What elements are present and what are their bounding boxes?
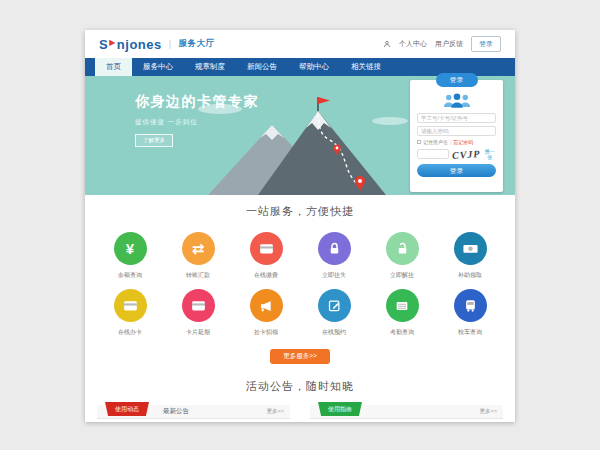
news-panel-bar: 使用动态 最新公告 更多>>	[97, 405, 290, 419]
nav-item[interactable]: 新闻公告	[236, 58, 288, 76]
service-item[interactable]: 立即解挂	[371, 232, 433, 280]
transfer-icon: ⇄	[182, 232, 215, 265]
announcement-panels: 使用动态 最新公告 更多>> 使用指南 更多>>	[85, 405, 515, 422]
latest-announcements-tab[interactable]: 最新公告	[163, 407, 189, 416]
nav-item[interactable]: 规章制度	[184, 58, 236, 76]
service-item[interactable]: 补助领取	[439, 232, 501, 280]
services-row-2: 在线办卡卡片延期拾卡招领在线预约考勤查询校车查询	[99, 289, 501, 337]
site-page: S▶njones | 服务大厅 个人中心 用户反馈 登录 首页服务中心规章制度新…	[85, 30, 515, 422]
services-section: 一站服务，方便快捷 ¥余额查询⇄转账汇款在线缴费立即挂失立即解挂补助领取 在线办…	[85, 195, 515, 364]
announcements-section: 活动公告，随时知晓 使用动态 最新公告 更多>> 使用指南 更多>>	[85, 379, 515, 422]
captcha-row: CVJP 换一张	[417, 148, 496, 160]
service-item[interactable]: 在线办卡	[99, 289, 161, 337]
person-icon	[383, 40, 391, 48]
lock-icon	[318, 232, 351, 265]
logo-text-2: njones	[117, 37, 162, 52]
logo[interactable]: S▶njones | 服务大厅	[99, 37, 215, 52]
header-login-button[interactable]: 登录	[471, 36, 501, 52]
service-item[interactable]: 考勤查询	[371, 289, 433, 337]
banner-text-block: 你身边的卡管专家 提供便捷 一步到位 了解更多	[135, 93, 259, 147]
personal-center-link[interactable]: 个人中心	[399, 39, 427, 49]
edit-icon	[318, 289, 351, 322]
guide-panel: 使用指南 更多>>	[310, 405, 503, 422]
service-item[interactable]: 在线缴费	[235, 232, 297, 280]
login-panel: 登录 记住用户名 | 忘记密码	[410, 80, 503, 192]
service-label: 立即挂失	[303, 271, 365, 280]
news-ribbon-tab[interactable]: 使用动态	[105, 402, 149, 416]
services-row-1: ¥余额查询⇄转账汇款在线缴费立即挂失立即解挂补助领取	[99, 232, 501, 280]
screenshot-canvas: S▶njones | 服务大厅 个人中心 用户反馈 登录 首页服务中心规章制度新…	[0, 0, 600, 450]
options-divider: |	[450, 139, 451, 145]
more-services-button[interactable]: 更多服务>>	[270, 349, 330, 364]
site-header: S▶njones | 服务大厅 个人中心 用户反馈 登录	[85, 30, 515, 58]
service-item[interactable]: ⇄转账汇款	[167, 232, 229, 280]
service-label: 在线办卡	[99, 328, 161, 337]
site-tagline: 服务大厅	[179, 38, 215, 50]
service-label: 在线缴费	[235, 271, 297, 280]
banner-more-button[interactable]: 了解更多	[135, 134, 173, 147]
captcha-input[interactable]	[417, 149, 449, 159]
services-title: 一站服务，方便快捷	[85, 204, 515, 219]
header-utility: 个人中心 用户反馈 登录	[383, 36, 501, 52]
service-label: 拾卡招领	[235, 328, 297, 337]
service-item[interactable]: 校车查询	[439, 289, 501, 337]
captcha-refresh-link[interactable]: 换一张	[483, 148, 496, 160]
service-item[interactable]: 立即挂失	[303, 232, 365, 280]
nav-item[interactable]: 首页	[95, 58, 132, 76]
users-group-icon	[442, 92, 472, 109]
guide-panel-bar: 使用指南 更多>>	[310, 405, 503, 419]
service-item[interactable]: 在线预约	[303, 289, 365, 337]
remember-checkbox[interactable]	[417, 140, 421, 144]
service-label: 补助领取	[439, 271, 501, 280]
remember-label: 记住用户名	[423, 139, 448, 145]
announcements-title: 活动公告，随时知晓	[85, 379, 515, 394]
unlock-icon	[386, 232, 419, 265]
login-submit-button[interactable]: 登录	[417, 164, 496, 177]
logo-text-1: S	[99, 37, 108, 52]
service-label: 考勤查询	[371, 328, 433, 337]
service-label: 余额查询	[99, 271, 161, 280]
yen-icon: ¥	[114, 232, 147, 265]
login-tab[interactable]: 登录	[436, 73, 478, 87]
banknote-icon	[454, 232, 487, 265]
captcha-image: CVJP	[452, 148, 481, 161]
news-panel-body	[97, 419, 290, 422]
logo-arrow-icon: ▶	[109, 38, 116, 47]
megaphone-icon	[250, 289, 283, 322]
card-icon	[250, 232, 283, 265]
news-panel: 使用动态 最新公告 更多>>	[97, 405, 290, 422]
service-label: 转账汇款	[167, 271, 229, 280]
guide-more-link[interactable]: 更多>>	[480, 408, 497, 415]
login-options-row: 记住用户名 | 忘记密码	[417, 139, 496, 145]
nav-item[interactable]: 服务中心	[132, 58, 184, 76]
banner-title: 你身边的卡管专家	[135, 93, 259, 111]
password-input[interactable]	[417, 126, 496, 136]
service-item[interactable]: 卡片延期	[167, 289, 229, 337]
logo-divider: |	[169, 39, 172, 49]
hero-banner: 你身边的卡管专家 提供便捷 一步到位 了解更多 登录 记住用户名	[85, 76, 515, 195]
news-more-link[interactable]: 更多>>	[267, 408, 284, 415]
service-label: 卡片延期	[167, 328, 229, 337]
forgot-password-link[interactable]: 忘记密码	[453, 139, 473, 145]
nav-item[interactable]: 相关链接	[340, 58, 392, 76]
list-icon	[386, 289, 419, 322]
service-label: 立即解挂	[371, 271, 433, 280]
nav-item[interactable]: 帮助中心	[288, 58, 340, 76]
bus-icon	[454, 289, 487, 322]
guide-ribbon-tab[interactable]: 使用指南	[318, 402, 362, 416]
service-item[interactable]: 拾卡招领	[235, 289, 297, 337]
service-item[interactable]: ¥余额查询	[99, 232, 161, 280]
guide-panel-body	[310, 419, 503, 422]
service-label: 在线预约	[303, 328, 365, 337]
card-icon	[114, 289, 147, 322]
banner-subtitle: 提供便捷 一步到位	[135, 118, 259, 127]
user-feedback-link[interactable]: 用户反馈	[435, 39, 463, 49]
card-icon	[182, 289, 215, 322]
username-input[interactable]	[417, 113, 496, 123]
service-label: 校车查询	[439, 328, 501, 337]
